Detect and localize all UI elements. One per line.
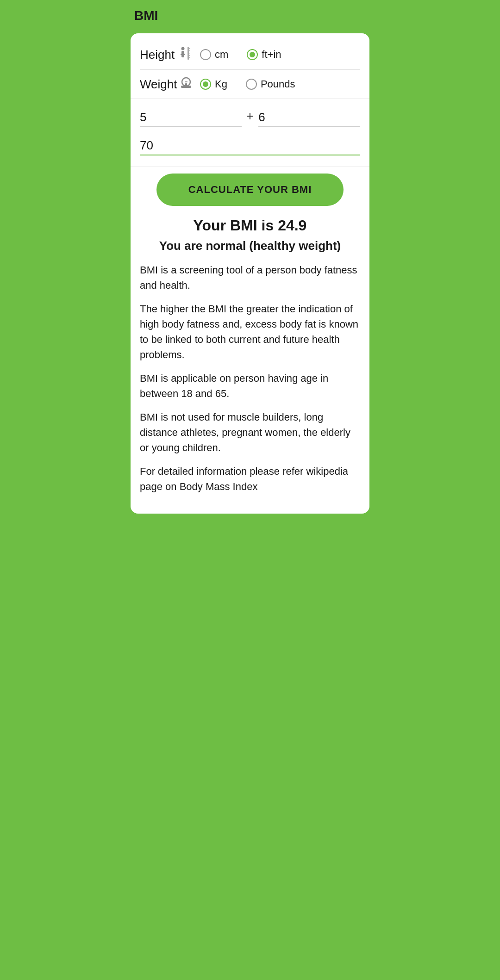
height-cm-label: cm bbox=[215, 49, 228, 61]
svg-rect-7 bbox=[188, 55, 190, 56]
unit-divider bbox=[140, 69, 360, 70]
weight-input[interactable] bbox=[140, 136, 360, 155]
svg-rect-2 bbox=[181, 54, 185, 55]
svg-point-0 bbox=[181, 47, 185, 50]
calculate-btn-area: CALCULATE YOUR BMI bbox=[131, 169, 369, 217]
info-paragraph-3: BMI is applicable on person having age i… bbox=[140, 371, 360, 401]
weight-kg-label: Kg bbox=[215, 78, 227, 90]
info-paragraph-5: For detailed information please refer wi… bbox=[140, 464, 360, 494]
height-label: Height bbox=[140, 46, 200, 63]
weight-radio-group: Kg Pounds bbox=[200, 78, 360, 90]
height-inches-field bbox=[258, 108, 360, 127]
inputs-divider bbox=[131, 167, 369, 167]
svg-rect-4 bbox=[188, 48, 190, 49]
height-person-icon bbox=[177, 46, 191, 63]
weight-pounds-radio[interactable] bbox=[246, 79, 257, 90]
weight-pounds-option[interactable]: Pounds bbox=[246, 78, 295, 90]
inputs-area: + bbox=[131, 101, 369, 165]
unit-selection-area: Height bbox=[131, 33, 369, 97]
bmi-result-text: Your BMI is 24.9 bbox=[140, 217, 360, 234]
weight-kg-option[interactable]: Kg bbox=[200, 78, 227, 90]
weight-unit-row: Weight Kg Poun bbox=[140, 72, 360, 97]
height-cm-radio[interactable] bbox=[200, 49, 211, 60]
weight-inputs-row bbox=[140, 136, 360, 155]
weight-pounds-label: Pounds bbox=[261, 78, 295, 90]
svg-rect-5 bbox=[188, 50, 190, 51]
height-cm-option[interactable]: cm bbox=[200, 49, 228, 61]
svg-rect-6 bbox=[188, 53, 190, 54]
height-feet-input[interactable] bbox=[140, 108, 242, 127]
weight-scale-icon bbox=[180, 76, 193, 92]
height-ftin-option[interactable]: ft+in bbox=[247, 49, 281, 61]
info-paragraph-4: BMI is not used for muscle builders, lon… bbox=[140, 409, 360, 455]
svg-rect-12 bbox=[185, 81, 188, 82]
plus-separator: + bbox=[246, 109, 254, 127]
height-ftin-label: ft+in bbox=[262, 49, 281, 61]
main-card: Height bbox=[131, 33, 369, 514]
height-radio-group: cm ft+in bbox=[200, 49, 360, 61]
height-feet-field bbox=[140, 108, 242, 127]
height-inches-input[interactable] bbox=[258, 108, 360, 127]
bottom-green-area bbox=[125, 517, 375, 554]
weight-kg-radio[interactable] bbox=[200, 79, 211, 90]
info-paragraph-2: The higher the BMI the greater the indic… bbox=[140, 301, 360, 362]
app-title: BMI bbox=[134, 8, 158, 23]
info-paragraph-1: BMI is a screening tool of a person body… bbox=[140, 262, 360, 293]
weight-label: Weight bbox=[140, 76, 200, 92]
height-inputs-row: + bbox=[140, 108, 360, 127]
app-header: BMI bbox=[125, 0, 375, 30]
svg-rect-8 bbox=[188, 57, 190, 58]
bmi-category-text: You are normal (healthy weight) bbox=[140, 239, 360, 253]
height-ftin-radio[interactable] bbox=[247, 49, 258, 60]
height-unit-row: Height bbox=[140, 42, 360, 68]
results-area: Your BMI is 24.9 You are normal (healthy… bbox=[131, 217, 369, 514]
section-divider bbox=[131, 99, 369, 99]
calculate-button[interactable]: CALCULATE YOUR BMI bbox=[156, 174, 344, 206]
